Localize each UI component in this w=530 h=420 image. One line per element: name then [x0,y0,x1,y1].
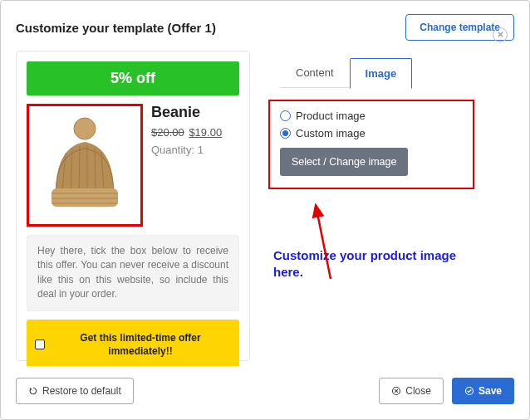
save-label: Save [478,385,502,397]
select-change-image-button[interactable]: Select / Change image [280,148,408,176]
tab-content[interactable]: Content [280,57,350,88]
tabs: Content Image [280,57,509,88]
check-icon [464,386,474,396]
radio-product-image[interactable]: Product image [280,110,463,122]
close-label: Close [405,385,431,397]
cta-checkbox[interactable] [35,339,45,349]
modal-title: Customize your template (Offer 1) [16,21,216,35]
tab-image[interactable]: Image [350,58,413,89]
discount-badge: 5% off [27,61,239,95]
preview-panel: 5% off [16,51,250,361]
radio-icon [280,110,291,121]
product-info: Beanie $20.00 $19.00 Quantity: 1 [151,104,239,227]
cta-label: Get this limited-time offer immediately!… [50,331,231,358]
modal-dialog: Customize your template (Offer 1) Change… [0,0,530,420]
cta-box[interactable]: Get this limited-time offer immediately!… [27,320,239,366]
restore-icon [28,386,38,396]
settings-panel: Content Image Product image Custom image… [250,51,514,361]
save-button[interactable]: Save [452,378,514,404]
close-button[interactable]: Close [379,378,444,404]
radio-label: Product image [296,110,366,122]
modal-header: Customize your template (Offer 1) Change… [1,1,529,51]
product-row: Beanie $20.00 $19.00 Quantity: 1 [27,104,239,227]
radio-label: Custom image [296,127,366,139]
price-row: $20.00 $19.00 [151,126,239,139]
svg-rect-10 [52,188,118,207]
quantity-label: Quantity: 1 [151,144,239,156]
product-title: Beanie [151,104,239,121]
product-image-highlight [27,104,143,227]
cancel-icon [391,386,401,396]
price-discounted: $19.00 [189,126,222,139]
footer-actions: Close Save [379,378,514,404]
restore-label: Restore to default [42,385,121,397]
price-original: $20.00 [151,126,184,139]
offer-description: Hey there, tick the box below to receive… [27,235,239,311]
radio-custom-image[interactable]: Custom image [280,127,463,139]
image-options-box: Product image Custom image Select / Chan… [268,100,474,189]
modal-footer: Restore to default Close Save [1,366,529,419]
beanie-image [39,115,130,215]
annotation-text: Customize your product image here. [273,247,473,280]
close-x-icon [493,27,508,42]
radio-icon [280,128,291,139]
modal-body: 5% off [1,51,529,366]
restore-default-button[interactable]: Restore to default [16,378,134,404]
